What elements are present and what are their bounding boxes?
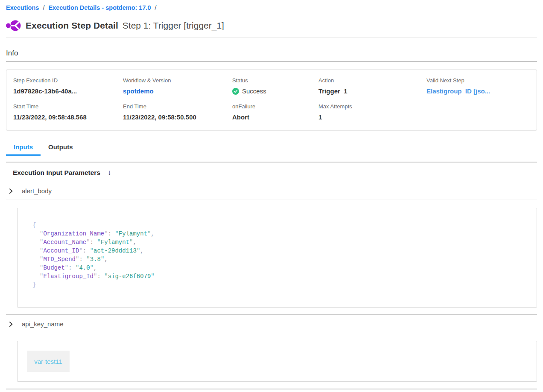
divider (6, 333, 537, 333)
breadcrumb: Executions / Execution Details - spotdem… (6, 0, 537, 11)
divider (6, 200, 537, 200)
alert-body-content-box: { Organization_NameFylamynt, Account_Nam… (17, 208, 537, 308)
json-entry: Account_NameFylamynt, (32, 238, 522, 247)
divider (6, 61, 537, 62)
status-text: Success (242, 87, 266, 95)
breadcrumb-separator: / (43, 4, 44, 11)
chevron-right-icon (9, 189, 14, 194)
field-status: Status Success (232, 77, 318, 95)
success-check-icon (232, 88, 239, 95)
json-entry: Account_IDact-29ddd113, (32, 247, 522, 255)
field-label: Step Execution ID (13, 77, 123, 84)
breadcrumb-link-execution-details[interactable]: Execution Details - spotdemo: 17.0 (48, 4, 151, 11)
field-action: Action Trigger_1 (318, 77, 426, 95)
json-entry: Organization_NameFylamynt, (32, 229, 522, 238)
tab-inputs[interactable]: Inputs (6, 142, 41, 155)
json-viewer: { Organization_NameFylamynt, Account_Nam… (18, 208, 537, 307)
field-label: End Time (123, 103, 232, 110)
field-valid-next-step: Valid Next Step Elastigroup_ID [jso... (426, 77, 530, 95)
param-row-api-key-name[interactable]: api_key_name (6, 315, 537, 333)
info-heading: Info (6, 49, 537, 58)
field-on-failure: onFailure Abort (232, 103, 318, 121)
param-row-api-key-value[interactable]: api_key_value (6, 389, 537, 392)
breadcrumb-link-executions[interactable]: Executions (6, 4, 39, 11)
status-badge: Success (232, 87, 318, 95)
page-subtitle: Step 1: Trigger [trigger_1] (123, 20, 224, 31)
field-label: Workflow & Version (123, 77, 232, 84)
field-label: Valid Next Step (426, 77, 530, 84)
execution-step-detail-page: Executions / Execution Details - spotdem… (0, 0, 543, 392)
field-label: Status (232, 77, 318, 84)
json-entry: MTD_Spend3.8, (32, 255, 522, 264)
workflow-link[interactable]: spotdemo (123, 87, 232, 95)
api-key-name-value-wrap: var-test11 (18, 341, 537, 381)
field-end-time: End Time 11/23/2022, 09:58:50.500 (123, 103, 232, 121)
field-label: Start Time (13, 103, 123, 110)
field-start-time: Start Time 11/23/2022, 09:58:48.568 (13, 103, 123, 121)
param-label: alert_body (22, 187, 52, 195)
page-title: Execution Step Detail (26, 20, 118, 31)
api-key-name-value: var-test11 (27, 351, 70, 372)
field-label: Max Attempts (318, 103, 426, 110)
page-header: Execution Step Detail Step 1: Trigger [t… (6, 19, 537, 32)
section-title: Execution Input Parameters (13, 169, 100, 177)
json-entry: Budget4.0, (32, 264, 522, 272)
field-value: 1d97828c-13b6-40a... (13, 87, 123, 95)
field-max-attempts: Max Attempts 1 (318, 103, 426, 121)
field-value: 11/23/2022, 09:58:50.500 (123, 113, 232, 121)
divider (6, 162, 537, 163)
field-value: 1 (318, 113, 426, 121)
breadcrumb-separator: / (155, 4, 157, 11)
valid-next-step-link[interactable]: Elastigroup_ID [jso... (426, 87, 530, 95)
field-empty (426, 103, 530, 121)
param-row-alert-body[interactable]: alert_body (6, 182, 537, 200)
execution-input-parameters-header: Execution Input Parameters ↓ (6, 168, 537, 177)
divider (6, 38, 537, 38)
field-workflow-version: Workflow & Version spotdemo (123, 77, 232, 95)
json-close-brace: } (32, 281, 522, 289)
field-step-execution-id: Step Execution ID 1d97828c-13b6-40a... (13, 77, 123, 95)
field-label: Action (318, 77, 426, 84)
fylamynt-logo-icon (6, 19, 21, 32)
chevron-right-icon (9, 322, 14, 327)
arrow-down-icon[interactable]: ↓ (108, 168, 111, 177)
field-value: Trigger_1 (318, 87, 426, 95)
field-value: Abort (232, 113, 318, 121)
tab-bar: Inputs Outputs (6, 142, 537, 155)
param-label: api_key_name (22, 320, 64, 328)
json-entry: Elastigroup_Idsig-e26f6079 (32, 272, 522, 281)
info-card: Step Execution ID 1d97828c-13b6-40a... W… (6, 70, 537, 131)
field-label: onFailure (232, 103, 318, 110)
api-key-name-content-box: var-test11 (17, 341, 537, 382)
tab-outputs[interactable]: Outputs (41, 142, 81, 155)
json-open-brace: { (32, 221, 522, 229)
field-value: 11/23/2022, 09:58:48.568 (13, 113, 123, 121)
